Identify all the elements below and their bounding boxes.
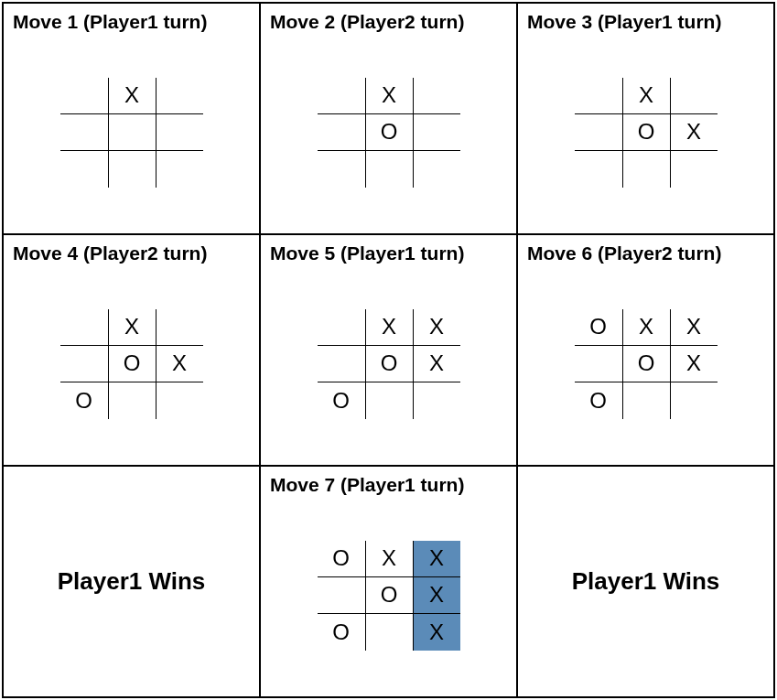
panel-title: Move 7 (Player1 turn) (270, 474, 507, 496)
board-wrap: O X X O X O X (270, 501, 507, 689)
cell-0-0 (60, 309, 108, 346)
board-wrap: O X X O X O (527, 270, 764, 458)
cell-1-2: X (413, 577, 460, 614)
cell-1-2: X (156, 346, 203, 382)
panel-grid: Move 1 (Player1 turn) X Move 2 (Player2 … (2, 2, 775, 698)
move-panel-5: Move 5 (Player1 turn) X X O X O (260, 234, 517, 466)
cell-0-1: X (365, 309, 413, 346)
board-wrap: X X O X O (270, 270, 507, 458)
board-wrap: X O X O (13, 270, 250, 458)
cell-2-2 (156, 382, 203, 419)
cell-0-0 (318, 309, 365, 346)
board: X X O X O (318, 309, 460, 419)
move-panel-2: Move 2 (Player2 turn) X O (260, 3, 517, 234)
cell-1-1: O (108, 346, 156, 382)
panel-title: Move 1 (Player1 turn) (13, 11, 250, 33)
cell-1-1: O (365, 577, 413, 614)
cell-1-1 (108, 114, 156, 151)
cell-1-2: X (670, 114, 718, 151)
cell-0-2: X (413, 541, 460, 577)
cell-1-0 (60, 346, 108, 382)
cell-2-2 (670, 151, 718, 188)
cell-0-0: O (575, 309, 622, 346)
cell-0-1: X (108, 309, 156, 346)
cell-2-1 (365, 614, 413, 651)
cell-1-2: X (670, 346, 718, 382)
move-panel-6: Move 6 (Player2 turn) O X X O X O (517, 234, 774, 466)
cell-0-0 (60, 78, 108, 114)
result-text: Player1 Wins (572, 567, 720, 596)
move-panel-7: Move 7 (Player1 turn) O X X O X O X (260, 466, 517, 697)
cell-2-1 (622, 151, 670, 188)
panel-title: Move 5 (Player1 turn) (270, 242, 507, 264)
cell-0-2 (156, 309, 203, 346)
cell-2-1 (108, 382, 156, 419)
cell-1-1: O (365, 114, 413, 151)
cell-2-2: X (413, 614, 460, 651)
cell-1-0 (318, 346, 365, 382)
cell-2-0 (318, 151, 365, 188)
cell-2-1 (365, 151, 413, 188)
cell-0-0 (318, 78, 365, 114)
cell-0-2: X (413, 309, 460, 346)
board-wrap: X O (270, 38, 507, 226)
board: O X X O X O X (318, 541, 460, 651)
move-panel-1: Move 1 (Player1 turn) X (3, 3, 260, 234)
cell-1-2: X (413, 346, 460, 382)
cell-2-0: O (318, 382, 365, 419)
cell-2-1 (365, 382, 413, 419)
cell-0-1: X (108, 78, 156, 114)
board: X O X O (60, 309, 203, 419)
cell-1-0 (575, 346, 622, 382)
cell-0-2 (670, 78, 718, 114)
cell-0-2 (156, 78, 203, 114)
panel-title: Move 2 (Player2 turn) (270, 11, 507, 33)
cell-0-1: X (365, 78, 413, 114)
move-panel-4: Move 4 (Player2 turn) X O X O (3, 234, 260, 466)
cell-0-2 (413, 78, 460, 114)
cell-1-1: O (365, 346, 413, 382)
cell-2-2 (413, 151, 460, 188)
result-panel-right: Player1 Wins (517, 466, 774, 697)
cell-1-2 (413, 114, 460, 151)
result-panel-left: Player1 Wins (3, 466, 260, 697)
cell-0-0 (575, 78, 622, 114)
board: X O X (575, 78, 718, 188)
panel-title: Move 6 (Player2 turn) (527, 242, 764, 264)
board-wrap: X O X (527, 38, 764, 226)
cell-2-0 (575, 151, 622, 188)
board: O X X O X O (575, 309, 718, 419)
cell-1-1: O (622, 114, 670, 151)
cell-1-1: O (622, 346, 670, 382)
cell-0-1: X (622, 78, 670, 114)
cell-0-1: X (365, 541, 413, 577)
cell-1-0 (318, 114, 365, 151)
board: X O (318, 78, 460, 188)
move-panel-3: Move 3 (Player1 turn) X O X (517, 3, 774, 234)
cell-2-2 (156, 151, 203, 188)
cell-2-2 (413, 382, 460, 419)
panel-title: Move 4 (Player2 turn) (13, 242, 250, 264)
cell-1-0 (575, 114, 622, 151)
cell-0-1: X (622, 309, 670, 346)
cell-1-0 (60, 114, 108, 151)
cell-2-0: O (318, 614, 365, 651)
cell-2-1 (108, 151, 156, 188)
panel-title: Move 3 (Player1 turn) (527, 11, 764, 33)
board-wrap: X (13, 38, 250, 226)
cell-2-0 (60, 151, 108, 188)
cell-1-2 (156, 114, 203, 151)
cell-0-2: X (670, 309, 718, 346)
cell-1-0 (318, 577, 365, 614)
result-text: Player1 Wins (58, 567, 206, 596)
cell-0-0: O (318, 541, 365, 577)
cell-2-1 (622, 382, 670, 419)
cell-2-2 (670, 382, 718, 419)
board: X (60, 78, 203, 188)
cell-2-0: O (575, 382, 622, 419)
cell-2-0: O (60, 382, 108, 419)
